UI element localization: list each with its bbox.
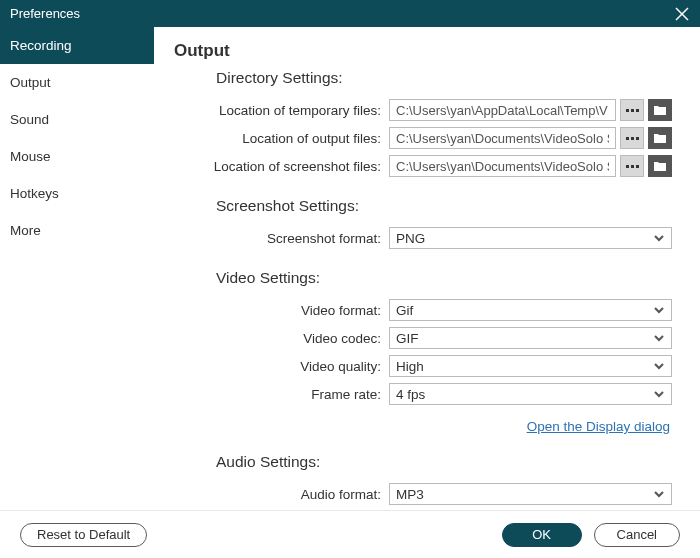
output-files-label: Location of output files: <box>174 131 389 146</box>
video-codec-label: Video codec: <box>174 331 389 346</box>
section-heading-audio: Audio Settings: <box>216 453 672 471</box>
chevron-down-icon <box>653 388 665 400</box>
video-codec-select[interactable]: GIF <box>389 327 672 349</box>
sidebar-item-label: Mouse <box>10 149 51 164</box>
sidebar-item-label: More <box>10 223 41 238</box>
folder-icon <box>653 132 667 144</box>
sidebar-item-label: Output <box>10 75 51 90</box>
sidebar-item-sound[interactable]: Sound <box>0 101 154 138</box>
video-format-select[interactable]: Gif <box>389 299 672 321</box>
output-files-open-folder-button[interactable] <box>648 127 672 149</box>
footer: Reset to Default OK Cancel <box>0 510 700 558</box>
folder-icon <box>653 104 667 116</box>
screenshot-files-browse-button[interactable] <box>620 155 644 177</box>
frame-rate-select[interactable]: 4 fps <box>389 383 672 405</box>
screenshot-files-label: Location of screenshot files: <box>174 159 389 174</box>
output-files-input[interactable] <box>389 127 616 149</box>
output-files-browse-button[interactable] <box>620 127 644 149</box>
section-heading-video: Video Settings: <box>216 269 672 287</box>
frame-rate-label: Frame rate: <box>174 387 389 402</box>
temp-files-browse-button[interactable] <box>620 99 644 121</box>
frame-rate-value: 4 fps <box>396 387 425 402</box>
window-title: Preferences <box>10 6 80 21</box>
temp-files-input[interactable] <box>389 99 616 121</box>
cancel-button[interactable]: Cancel <box>594 523 680 547</box>
sidebar: Recording Output Sound Mouse Hotkeys Mor… <box>0 27 154 510</box>
video-format-label: Video format: <box>174 303 389 318</box>
video-codec-value: GIF <box>396 331 419 346</box>
temp-files-label: Location of temporary files: <box>174 103 389 118</box>
open-display-dialog-link[interactable]: Open the Display dialog <box>527 419 670 434</box>
chevron-down-icon <box>653 304 665 316</box>
chevron-down-icon <box>653 332 665 344</box>
sidebar-item-hotkeys[interactable]: Hotkeys <box>0 175 154 212</box>
screenshot-format-value: PNG <box>396 231 425 246</box>
chevron-down-icon <box>653 232 665 244</box>
video-quality-label: Video quality: <box>174 359 389 374</box>
video-format-value: Gif <box>396 303 413 318</box>
section-heading-screenshot: Screenshot Settings: <box>216 197 672 215</box>
titlebar: Preferences <box>0 0 700 27</box>
sidebar-item-more[interactable]: More <box>0 212 154 249</box>
sidebar-item-mouse[interactable]: Mouse <box>0 138 154 175</box>
video-quality-value: High <box>396 359 424 374</box>
sidebar-item-label: Sound <box>10 112 49 127</box>
screenshot-files-open-folder-button[interactable] <box>648 155 672 177</box>
audio-format-value: MP3 <box>396 487 424 502</box>
section-heading-directory: Directory Settings: <box>216 69 672 87</box>
chevron-down-icon <box>653 488 665 500</box>
page-title: Output <box>174 41 672 61</box>
screenshot-format-select[interactable]: PNG <box>389 227 672 249</box>
reset-to-default-button[interactable]: Reset to Default <box>20 523 147 547</box>
content-pane: Output Directory Settings: Location of t… <box>154 27 700 510</box>
video-quality-select[interactable]: High <box>389 355 672 377</box>
folder-icon <box>653 160 667 172</box>
sidebar-item-label: Recording <box>10 38 72 53</box>
screenshot-format-label: Screenshot format: <box>174 231 389 246</box>
audio-format-select[interactable]: MP3 <box>389 483 672 505</box>
sidebar-item-label: Hotkeys <box>10 186 59 201</box>
sidebar-item-output[interactable]: Output <box>0 64 154 101</box>
close-icon[interactable] <box>674 6 690 22</box>
ok-button[interactable]: OK <box>502 523 582 547</box>
audio-format-label: Audio format: <box>174 487 389 502</box>
screenshot-files-input[interactable] <box>389 155 616 177</box>
sidebar-item-recording[interactable]: Recording <box>0 27 154 64</box>
temp-files-open-folder-button[interactable] <box>648 99 672 121</box>
chevron-down-icon <box>653 360 665 372</box>
